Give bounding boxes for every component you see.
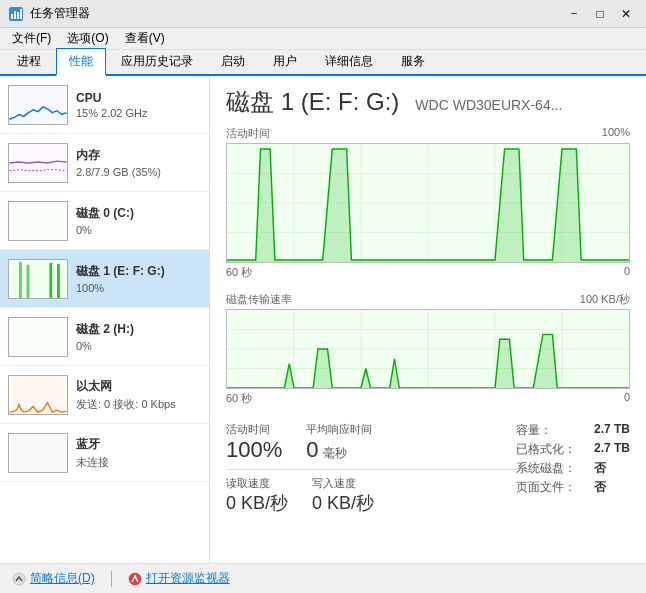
menu-view[interactable]: 查看(V) [117, 28, 173, 49]
disk0-value: 0% [76, 224, 201, 236]
activity-chart [226, 143, 630, 263]
tab-performance[interactable]: 性能 [56, 48, 106, 76]
bt-title: 蓝牙 [76, 436, 201, 453]
detail-header: 磁盘 1 (E: F: G:) WDC WD30EURX-64... [226, 86, 630, 118]
svg-rect-2 [14, 11, 16, 19]
chevron-up-icon [12, 572, 26, 586]
chart2-time-row: 60 秒 0 [226, 391, 630, 406]
mem-info: 内存 2.8/7.9 GB (35%) [76, 147, 201, 178]
activity-chart-section: 活动时间 100% [226, 126, 630, 284]
disk0-title: 磁盘 0 (C:) [76, 205, 201, 222]
menu-options[interactable]: 选项(O) [59, 28, 116, 49]
svg-rect-3 [17, 12, 19, 19]
chart2-max: 100 KB/秒 [580, 292, 630, 307]
bottom-bar: 简略信息(D) 打开资源监视器 [0, 563, 646, 593]
tab-services[interactable]: 服务 [388, 48, 438, 74]
disk2-info: 磁盘 2 (H:) 0% [76, 321, 201, 352]
minimize-button[interactable]: － [562, 5, 586, 23]
activity-stat: 活动时间 100% [226, 422, 282, 463]
disk2-mini-graph [8, 317, 68, 357]
mem-mini-graph [8, 143, 68, 183]
detail-title: 磁盘 1 (E: F: G:) [226, 86, 399, 118]
eth-value: 发送: 0 接收: 0 Kbps [76, 397, 201, 412]
tab-app-history[interactable]: 应用历史记录 [108, 48, 206, 74]
svg-rect-12 [10, 318, 67, 356]
activity-value: 100% [226, 437, 282, 463]
cpu-mini-graph [8, 85, 68, 125]
read-value: 0 KB/秒 [226, 491, 288, 515]
response-stat: 平均响应时间 0 毫秒 [306, 422, 372, 463]
svg-rect-9 [27, 264, 30, 297]
svg-rect-8 [19, 261, 22, 297]
chart2-label: 磁盘传输速率 [226, 292, 292, 307]
app-icon [8, 6, 24, 22]
summary-button[interactable]: 简略信息(D) [12, 570, 95, 587]
eth-title: 以太网 [76, 378, 201, 395]
tab-process[interactable]: 进程 [4, 48, 54, 74]
cpu-value: 15% 2.02 GHz [76, 107, 201, 119]
svg-rect-14 [10, 434, 67, 472]
transfer-chart [226, 309, 630, 389]
disk2-title: 磁盘 2 (H:) [76, 321, 201, 338]
disk2-value: 0% [76, 340, 201, 352]
chart2-time-left: 60 秒 [226, 391, 252, 406]
chart1-time-row: 60 秒 0 [226, 265, 630, 280]
detail-panel: 磁盘 1 (E: F: G:) WDC WD30EURX-64... 活动时间 … [210, 76, 646, 593]
sidebar-item-memory[interactable]: 内存 2.8/7.9 GB (35%) [0, 134, 209, 192]
svg-rect-5 [10, 144, 67, 182]
svg-rect-6 [10, 202, 67, 240]
disk1-value: 100% [76, 282, 201, 294]
summary-label: 简略信息(D) [30, 570, 95, 587]
chart1-time-right: 0 [624, 265, 630, 280]
mem-title: 内存 [76, 147, 201, 164]
write-value: 0 KB/秒 [312, 491, 374, 515]
disk1-mini-graph [8, 259, 68, 299]
svg-point-33 [13, 573, 25, 585]
chart1-label-row: 活动时间 100% [226, 126, 630, 141]
sidebar: CPU 15% 2.02 GHz 内存 2.8/7.9 GB (35%) [0, 76, 210, 593]
menu-file[interactable]: 文件(F) [4, 28, 59, 49]
resource-monitor-button[interactable]: 打开资源监视器 [128, 570, 230, 587]
disk1-title: 磁盘 1 (E: F: G:) [76, 263, 201, 280]
maximize-button[interactable]: □ [588, 5, 612, 23]
read-stat: 读取速度 0 KB/秒 [226, 476, 288, 515]
response-value: 0 [306, 437, 318, 463]
resource-label: 打开资源监视器 [146, 570, 230, 587]
bt-value: 未连接 [76, 455, 201, 470]
svg-rect-4 [20, 9, 22, 19]
tab-details[interactable]: 详细信息 [312, 48, 386, 74]
write-stat: 写入速度 0 KB/秒 [312, 476, 374, 515]
sidebar-item-disk2[interactable]: 磁盘 2 (H:) 0% [0, 308, 209, 366]
svg-rect-1 [11, 14, 13, 19]
bt-info: 蓝牙 未连接 [76, 436, 201, 470]
tab-startup[interactable]: 启动 [208, 48, 258, 74]
window-title: 任务管理器 [30, 5, 90, 22]
sidebar-item-bluetooth[interactable]: 蓝牙 未连接 [0, 424, 209, 482]
chart2-time-right: 0 [624, 391, 630, 406]
mem-value: 2.8/7.9 GB (35%) [76, 166, 201, 178]
sidebar-item-cpu[interactable]: CPU 15% 2.02 GHz [0, 76, 209, 134]
tab-users[interactable]: 用户 [260, 48, 310, 74]
detail-subtitle: WDC WD30EURX-64... [415, 97, 562, 113]
title-bar: 任务管理器 － □ ✕ [0, 0, 646, 28]
resource-monitor-icon [128, 572, 142, 586]
eth-mini-graph [8, 375, 68, 415]
main-content: CPU 15% 2.02 GHz 内存 2.8/7.9 GB (35%) [0, 76, 646, 593]
transfer-chart-section: 磁盘传输速率 100 KB/秒 6 [226, 292, 630, 410]
chart1-label: 活动时间 [226, 126, 270, 141]
chart2-label-row: 磁盘传输速率 100 KB/秒 [226, 292, 630, 307]
chart1-max: 100% [602, 126, 630, 141]
disk0-info: 磁盘 0 (C:) 0% [76, 205, 201, 236]
menu-bar: 文件(F) 选项(O) 查看(V) [0, 28, 646, 50]
sidebar-item-disk0[interactable]: 磁盘 0 (C:) 0% [0, 192, 209, 250]
chart1-time-left: 60 秒 [226, 265, 252, 280]
sidebar-item-ethernet[interactable]: 以太网 发送: 0 接收: 0 Kbps [0, 366, 209, 424]
close-button[interactable]: ✕ [614, 5, 638, 23]
response-unit: 毫秒 [323, 445, 347, 462]
cpu-info: CPU 15% 2.02 GHz [76, 91, 201, 119]
sidebar-item-disk1[interactable]: 磁盘 1 (E: F: G:) 100% [0, 250, 209, 308]
disk1-info: 磁盘 1 (E: F: G:) 100% [76, 263, 201, 294]
eth-info: 以太网 发送: 0 接收: 0 Kbps [76, 378, 201, 412]
tab-bar: 进程 性能 应用历史记录 启动 用户 详细信息 服务 [0, 50, 646, 76]
bt-mini-graph [8, 433, 68, 473]
